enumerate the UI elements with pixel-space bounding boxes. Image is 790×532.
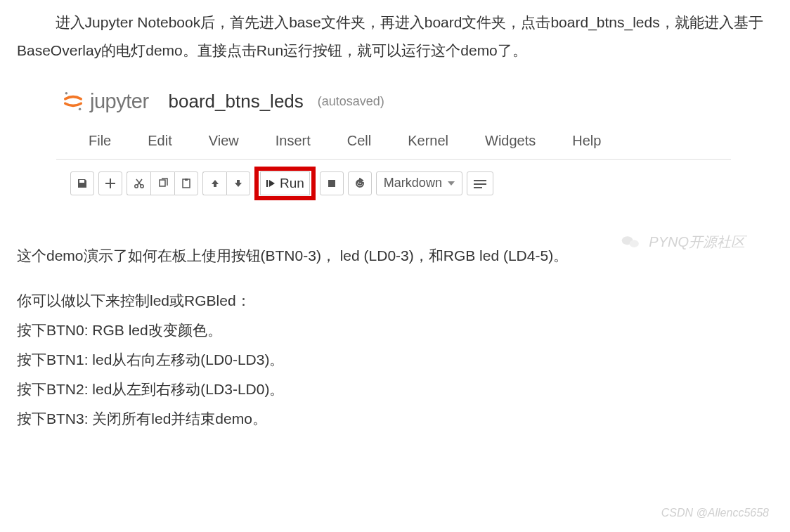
command-palette-button[interactable] (467, 171, 493, 195)
pynq-watermark: PYNQ开源社区 (621, 232, 745, 252)
wechat-icon (621, 232, 640, 252)
pynq-watermark-text: PYNQ开源社区 (649, 233, 745, 252)
edit-group (127, 171, 198, 195)
menubar: File Edit View Insert Cell Kernel Widget… (56, 122, 731, 160)
svg-point-1 (79, 108, 82, 111)
svg-rect-11 (474, 187, 482, 188)
jupyter-logo-icon (62, 90, 84, 112)
svg-rect-6 (185, 179, 188, 181)
desc-b3: 按下BTN3: 关闭所有led并结束demo。 (17, 404, 773, 434)
run-button[interactable]: Run (260, 171, 310, 195)
move-group (202, 171, 250, 195)
restart-button[interactable] (348, 171, 372, 195)
copy-button[interactable] (150, 171, 174, 195)
desc-b0: 按下BTN0: RGB led改变颜色。 (17, 316, 773, 345)
run-button-label: Run (280, 176, 304, 191)
jupyter-logo-text: jupyter (90, 90, 149, 113)
menu-help[interactable]: Help (554, 124, 619, 157)
run-highlight-box: Run (254, 167, 316, 200)
menu-cell[interactable]: Cell (329, 124, 389, 157)
spacer (17, 271, 773, 286)
notebook-name[interactable]: board_btns_leds (169, 91, 304, 112)
jupyter-screenshot: jupyter board_btns_leds (autosaved) File… (56, 86, 731, 203)
svg-rect-10 (474, 183, 486, 185)
svg-point-13 (630, 240, 639, 247)
cut-button[interactable] (127, 171, 150, 195)
svg-rect-7 (266, 180, 268, 187)
csdn-watermark: CSDN @Allencc5658 (661, 507, 769, 519)
desc-b1: 按下BTN1: led从右向左移动(LD0-LD3)。 (17, 345, 773, 375)
move-down-button[interactable] (226, 171, 250, 195)
menu-widgets[interactable]: Widgets (467, 124, 554, 157)
jupyter-header: jupyter board_btns_leds (autosaved) (56, 86, 731, 117)
menu-insert[interactable]: Insert (257, 124, 329, 157)
add-cell-button[interactable] (98, 171, 122, 195)
svg-rect-4 (160, 180, 165, 186)
jupyter-logo: jupyter (62, 90, 149, 113)
move-up-button[interactable] (202, 171, 226, 195)
celltype-select[interactable]: Markdown (376, 171, 462, 195)
intro-line1: 进入Jupyter Notebook后，首先进入base文件夹，再进入board… (17, 8, 773, 65)
toolbar: Run Markdown (56, 164, 731, 203)
desc-b2: 按下BTN2: led从左到右移动(LD3-LD0)。 (17, 375, 773, 404)
menu-view[interactable]: View (190, 124, 257, 157)
paste-button[interactable] (174, 171, 198, 195)
description-block: 这个demo演示了如何在板上使用按钮(BTN0-3)， led (LD0-3)，… (0, 220, 790, 434)
celltype-value: Markdown (384, 176, 442, 190)
desc-p2: 你可以做以下来控制led或RGBled： (17, 286, 773, 316)
intro-text: 进入Jupyter Notebook后，首先进入base文件夹，再进入board… (0, 0, 790, 65)
save-button[interactable] (70, 171, 94, 195)
menu-kernel[interactable]: Kernel (389, 124, 467, 157)
interrupt-button[interactable] (320, 171, 344, 195)
menu-file[interactable]: File (70, 124, 129, 157)
svg-rect-8 (328, 180, 335, 187)
svg-rect-9 (474, 180, 486, 181)
svg-point-0 (65, 92, 68, 95)
menu-edit[interactable]: Edit (129, 124, 190, 157)
autosaved-label: (autosaved) (318, 94, 384, 109)
